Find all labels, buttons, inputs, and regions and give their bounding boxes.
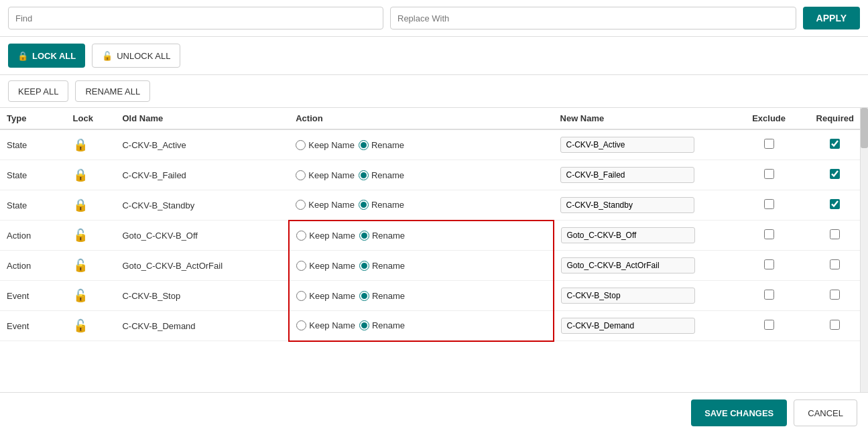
cell-old-name: C-CKV-B_Failed xyxy=(115,160,289,190)
exclude-checkbox[interactable] xyxy=(764,229,774,239)
cell-exclude xyxy=(736,251,802,281)
action-radio-group: Keep NameRename xyxy=(296,261,546,271)
required-checkbox[interactable] xyxy=(830,139,840,149)
required-checkbox[interactable] xyxy=(830,199,840,209)
cell-exclude xyxy=(736,160,802,190)
keep-all-button[interactable]: KEEP ALL xyxy=(8,80,68,102)
save-changes-button[interactable]: SAVE CHANGES xyxy=(691,399,787,426)
rename-radio[interactable] xyxy=(359,320,369,330)
cell-lock[interactable]: 🔓 xyxy=(66,221,116,251)
new-name-input[interactable] xyxy=(561,288,695,304)
cell-exclude xyxy=(736,221,802,251)
header-newname: New Name xyxy=(554,108,736,129)
keep-name-text: Keep Name xyxy=(308,140,355,150)
rename-label[interactable]: Rename xyxy=(359,231,405,241)
keep-name-label[interactable]: Keep Name xyxy=(296,231,355,241)
cell-new-name xyxy=(554,160,736,190)
keep-name-label[interactable]: Keep Name xyxy=(296,170,355,180)
keep-name-radio[interactable] xyxy=(296,291,306,301)
action-radio-group: Keep NameRename xyxy=(296,291,546,301)
exclude-checkbox[interactable] xyxy=(764,199,774,209)
new-name-input[interactable] xyxy=(561,318,695,334)
required-checkbox[interactable] xyxy=(830,259,840,269)
cancel-button[interactable]: CANCEL xyxy=(794,399,857,426)
rename-label[interactable]: Rename xyxy=(359,291,405,301)
cell-new-name xyxy=(554,251,736,281)
keep-name-text: Keep Name xyxy=(309,320,355,330)
required-checkbox[interactable] xyxy=(830,229,840,239)
rename-radio[interactable] xyxy=(359,200,369,210)
keep-name-text: Keep Name xyxy=(308,200,355,210)
scrollbar[interactable] xyxy=(860,108,868,411)
cell-action: Keep NameRename xyxy=(289,311,553,341)
cell-lock[interactable]: 🔒 xyxy=(66,129,116,160)
cell-new-name xyxy=(554,221,736,251)
keep-name-radio[interactable] xyxy=(296,261,306,271)
cell-lock[interactable]: 🔓 xyxy=(66,281,116,311)
keep-name-radio[interactable] xyxy=(296,200,306,210)
lock-all-button[interactable]: 🔒 LOCK ALL xyxy=(8,44,85,68)
table-row: Event🔓C-CKV-B_StopKeep NameRename xyxy=(0,281,868,311)
new-name-input[interactable] xyxy=(561,227,695,243)
required-checkbox[interactable] xyxy=(830,169,840,179)
rename-radio[interactable] xyxy=(359,261,369,271)
keep-rename-bar: KEEP ALL RENAME ALL xyxy=(0,75,868,108)
table-row: Action🔓Goto_C-CKV-B_ActOrFailKeep NameRe… xyxy=(0,251,868,281)
keep-name-label[interactable]: Keep Name xyxy=(296,320,355,330)
rename-radio[interactable] xyxy=(359,140,369,150)
keep-name-radio[interactable] xyxy=(296,320,306,330)
cell-lock[interactable]: 🔓 xyxy=(66,311,116,341)
keep-name-label[interactable]: Keep Name xyxy=(296,261,355,271)
header-type: Type xyxy=(0,108,66,129)
cell-exclude xyxy=(736,311,802,341)
replace-input[interactable] xyxy=(390,7,796,29)
rename-all-button[interactable]: RENAME ALL xyxy=(75,80,150,102)
footer: SAVE CHANGES CANCEL xyxy=(0,392,868,433)
cell-lock[interactable]: 🔒 xyxy=(66,190,116,221)
keep-name-radio[interactable] xyxy=(296,170,306,180)
keep-name-text: Keep Name xyxy=(309,231,355,241)
keep-name-text: Keep Name xyxy=(309,291,355,301)
rename-radio[interactable] xyxy=(359,231,369,241)
new-name-input[interactable] xyxy=(561,257,695,273)
rename-label[interactable]: Rename xyxy=(359,200,404,210)
rename-label[interactable]: Rename xyxy=(359,170,404,180)
cell-old-name: C-CKV-B_Active xyxy=(115,129,289,160)
rename-radio[interactable] xyxy=(359,170,369,180)
top-bar: APPLY xyxy=(0,0,868,37)
find-input[interactable] xyxy=(8,7,383,29)
exclude-checkbox[interactable] xyxy=(764,320,774,330)
apply-button[interactable]: APPLY xyxy=(803,7,860,29)
keep-name-label[interactable]: Keep Name xyxy=(296,200,355,210)
cell-new-name xyxy=(554,281,736,311)
cell-lock[interactable]: 🔓 xyxy=(66,251,116,281)
keep-name-radio[interactable] xyxy=(296,231,306,241)
table-row: State🔒C-CKV-B_StandbyKeep NameRename xyxy=(0,190,868,221)
cell-type: Event xyxy=(0,281,66,311)
rename-radio[interactable] xyxy=(359,291,369,301)
cell-old-name: Goto_C-CKV-B_ActOrFail xyxy=(115,251,289,281)
rename-text: Rename xyxy=(371,140,404,150)
keep-name-label[interactable]: Keep Name xyxy=(296,140,355,150)
new-name-input[interactable] xyxy=(560,197,694,213)
exclude-checkbox[interactable] xyxy=(764,139,774,149)
new-name-input[interactable] xyxy=(560,137,694,153)
rename-label[interactable]: Rename xyxy=(359,320,405,330)
rename-label[interactable]: Rename xyxy=(359,140,404,150)
exclude-checkbox[interactable] xyxy=(764,169,774,179)
unlock-all-button[interactable]: 🔓 UNLOCK ALL xyxy=(92,44,180,68)
scrollbar-thumb[interactable] xyxy=(861,108,868,148)
exclude-checkbox[interactable] xyxy=(764,290,774,300)
required-checkbox[interactable] xyxy=(830,290,840,300)
cell-type: Action xyxy=(0,251,66,281)
keep-name-label[interactable]: Keep Name xyxy=(296,291,355,301)
keep-name-text: Keep Name xyxy=(308,170,355,180)
exclude-checkbox[interactable] xyxy=(764,259,774,269)
cell-lock[interactable]: 🔒 xyxy=(66,160,116,190)
required-checkbox[interactable] xyxy=(830,320,840,330)
keep-name-radio[interactable] xyxy=(296,140,306,150)
cell-old-name: Goto_C-CKV-B_Off xyxy=(115,221,289,251)
new-name-input[interactable] xyxy=(560,167,694,183)
rename-label[interactable]: Rename xyxy=(359,261,405,271)
cell-type: State xyxy=(0,129,66,160)
